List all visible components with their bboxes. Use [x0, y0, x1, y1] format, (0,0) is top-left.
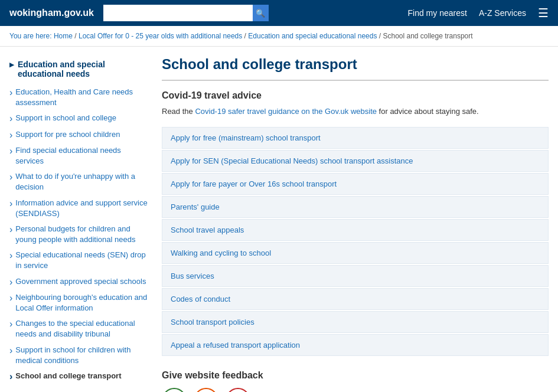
- covid-heading: Covid-19 travel advice: [162, 90, 549, 101]
- list-item[interactable]: Appeal a refused transport application: [162, 334, 549, 356]
- feedback-happy-button[interactable]: ☺: [162, 388, 187, 393]
- search-form: 🔍: [103, 5, 269, 21]
- list-item[interactable]: Apply for SEN (Special Educational Needs…: [162, 150, 549, 172]
- covid-text: Read the Covid-19 safer travel guidance …: [162, 106, 549, 117]
- header-nav: Find my nearest A-Z Services ☰: [408, 6, 549, 20]
- sidebar-item-neighbouring[interactable]: Neighbouring borough's education and Loc…: [9, 290, 150, 316]
- find-nearest-link[interactable]: Find my nearest: [408, 8, 467, 18]
- sidebar-nav: Education, Health and Care needs assessm…: [9, 84, 150, 384]
- search-input[interactable]: [103, 5, 253, 21]
- sidebar-item-personal-budgets[interactable]: Personal budgets for children and young …: [9, 221, 150, 247]
- sidebar-item-transport[interactable]: School and college transport: [9, 368, 150, 384]
- sidebar-item-special-schools[interactable]: Government approved special schools: [9, 274, 150, 290]
- feedback-sad-button[interactable]: ☹: [226, 388, 250, 393]
- breadcrumb-home[interactable]: You are here: Home: [9, 32, 73, 40]
- site-header: wokingham.gov.uk 🔍 Find my nearest A-Z S…: [0, 0, 558, 26]
- sidebar-item-support-medical[interactable]: Support in school for children with medi…: [9, 342, 150, 368]
- sidebar-item-ehc[interactable]: Education, Health and Care needs assessm…: [9, 84, 150, 110]
- sidebar-section-title: Education and special educational needs: [9, 56, 150, 84]
- sidebar-item-pre-school[interactable]: Support for pre school children: [9, 127, 150, 143]
- covid-link[interactable]: Covid-19 safer travel guidance on the Go…: [195, 107, 377, 116]
- sidebar-item-changes-sen[interactable]: Changes to the special educational needs…: [9, 316, 150, 342]
- main-content: School and college transport Covid-19 tr…: [162, 56, 549, 392]
- breadcrumb-local-offer[interactable]: Local Offer for 0 - 25 year olds with ad…: [79, 32, 242, 40]
- feedback-icons: ☺ 😐 ☹: [162, 388, 549, 393]
- feedback-heading: Give website feedback: [162, 370, 549, 381]
- transport-links-list: Apply for free (mainstream) school trans…: [162, 127, 549, 356]
- sidebar-item-find-sen[interactable]: Find special educational needs services: [9, 143, 150, 169]
- list-item[interactable]: Apply for fare payer or Over 16s school …: [162, 173, 549, 195]
- breadcrumb: You are here: Home / Local Offer for 0 -…: [0, 26, 558, 47]
- feedback-section: Give website feedback ☺ 😐 ☹: [162, 370, 549, 393]
- sidebar-item-unhappy[interactable]: What to do if you're unhappy with a deci…: [9, 169, 150, 195]
- sidebar-item-sen-drop-in[interactable]: Special educational needs (SEN) drop in …: [9, 247, 150, 273]
- list-item[interactable]: Apply for free (mainstream) school trans…: [162, 127, 549, 149]
- breadcrumb-current: School and college transport: [383, 32, 472, 40]
- list-item[interactable]: School transport policies: [162, 311, 549, 333]
- page-layout: Education and special educational needs …: [0, 47, 558, 392]
- breadcrumb-education[interactable]: Education and special educational needs: [248, 32, 377, 40]
- list-item[interactable]: School travel appeals: [162, 219, 549, 241]
- search-button[interactable]: 🔍: [253, 5, 269, 21]
- site-logo[interactable]: wokingham.gov.uk: [9, 8, 94, 18]
- sidebar-item-support-school[interactable]: Support in school and college: [9, 110, 150, 126]
- sidebar: Education and special educational needs …: [9, 56, 150, 392]
- covid-section: Covid-19 travel advice Read the Covid-19…: [162, 90, 549, 117]
- feedback-neutral-button[interactable]: 😐: [194, 388, 218, 393]
- list-item[interactable]: Bus services: [162, 265, 549, 287]
- sidebar-item-sendiass[interactable]: Information advice and support service (…: [9, 195, 150, 221]
- menu-icon[interactable]: ☰: [538, 6, 549, 20]
- list-item[interactable]: Parents' guide: [162, 196, 549, 218]
- list-item[interactable]: Codes of conduct: [162, 288, 549, 310]
- page-title: School and college transport: [162, 56, 549, 81]
- list-item[interactable]: Walking and cycling to school: [162, 242, 549, 264]
- az-services-link[interactable]: A-Z Services: [479, 8, 526, 18]
